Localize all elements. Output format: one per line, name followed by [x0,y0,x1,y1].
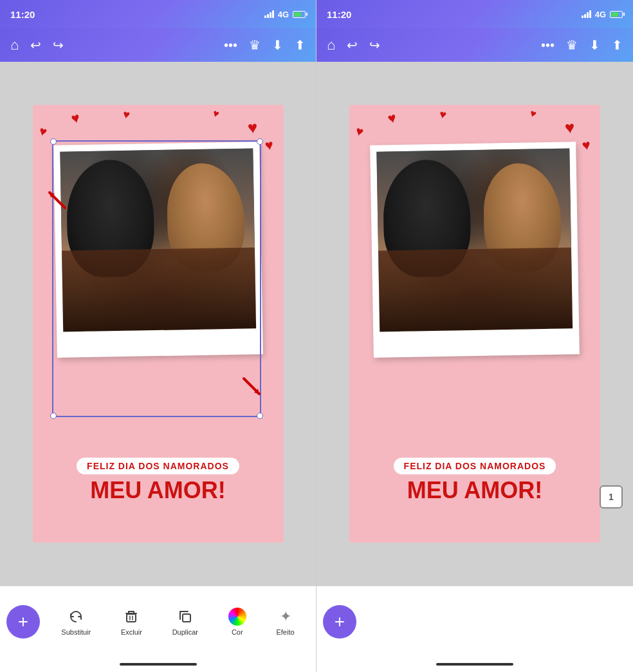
download-icon-right[interactable]: ⬇ [589,37,600,53]
more-icon-right[interactable]: ••• [541,38,555,53]
battery-icon-right [610,11,623,18]
redo-icon[interactable]: ↪ [53,37,64,53]
badge-text-left: FELIZ DIA DOS NAMORADOS [87,461,229,471]
toolbar-right: ⌂ ↩ ↪ ••• ♛ ⬇ ⬆ [316,28,633,62]
excluir-icon [122,608,140,626]
status-time-right: 11:20 [327,9,351,20]
duplicar-label: Duplicar [172,628,198,636]
toolbar-right-group: ••• ♛ ⬇ ⬆ [224,37,306,53]
cor-tool[interactable]: Cor [221,602,254,641]
toolbar-left: ⌂ ↩ ↪ ••• ♛ ⬇ ⬆ [0,28,316,62]
home-icon-right[interactable]: ⌂ [327,37,335,53]
battery-icon-left [293,11,306,18]
more-icon[interactable]: ••• [224,38,237,53]
toolbar-right-right-group: ••• ♛ ⬇ ⬆ [541,37,623,53]
cor-icon [228,608,246,626]
design-text-right: FELIZ DIA DOS NAMORADOS MEU AMOR! [349,458,600,504]
svg-rect-8 [183,614,190,622]
add-button-left[interactable]: + [6,605,40,639]
undo-icon-right[interactable]: ↩ [347,37,358,53]
text-badge-left: FELIZ DIA DOS NAMORADOS [77,458,239,474]
polaroid-frame-left[interactable] [53,142,263,358]
couple-photo-right [376,148,573,331]
polaroid-photo-left [60,148,256,331]
download-icon[interactable]: ⬇ [272,37,283,53]
toolbar-tools-left: Substituir Excluir [46,602,309,641]
status-icons-left: 4G [264,10,306,19]
selection-handle-br[interactable] [257,413,263,419]
substituir-tool[interactable]: Substituir [53,602,98,641]
text-badge-right: FELIZ DIA DOS NAMORADOS [394,458,556,474]
svg-rect-5 [127,614,136,622]
bottom-toolbar-left: + Substituir [0,586,316,657]
home-bar-left [0,657,316,672]
arrow-indicator-bottomright [239,373,264,404]
signal-icon [264,10,274,18]
page-indicator[interactable]: 1 [600,485,623,509]
headline-text-left: MEU AMOR! [39,477,277,504]
canvas-area-right: ♥ ♥ ♥ ♥ ♥ ♥ [316,62,633,586]
polaroid-photo-right [376,148,573,331]
headline-text-right: MEU AMOR! [356,477,594,504]
efeitos-icon: ✦ [277,608,295,626]
share-icon-right[interactable]: ⬆ [612,37,623,53]
excluir-label: Excluir [121,628,142,636]
status-bar-right: 11:20 4G [316,0,633,28]
design-card-left[interactable]: ♥ ♥ ♥ ♥ ♥ ♥ [33,105,284,543]
cor-label: Cor [232,628,243,636]
signal-icon-right [582,10,591,18]
selection-handle-tl[interactable] [50,138,57,145]
add-button-right[interactable]: + [323,605,356,639]
network-label-right: 4G [595,10,606,19]
efeitos-tool[interactable]: ✦ Efeito [268,602,302,641]
excluir-tool[interactable]: Excluir [113,602,150,641]
arrow-indicator-topleft [46,189,69,217]
share-icon[interactable]: ⬆ [295,37,306,53]
duplicar-tool[interactable]: Duplicar [165,602,206,641]
crown-icon-right[interactable]: ♛ [566,37,578,53]
badge-text-right: FELIZ DIA DOS NAMORADOS [404,461,546,471]
canvas-area-left: ♥ ♥ ♥ ♥ ♥ ♥ [0,62,316,586]
substituir-label: Substituir [61,628,91,636]
status-bar-left: 11:20 4G [0,0,316,28]
network-label-left: 4G [278,10,289,19]
toolbar-right-left-group: ⌂ ↩ ↪ [327,37,380,53]
home-bar-line-left [120,663,197,666]
redo-icon-right[interactable]: ↪ [369,37,380,53]
status-time-left: 11:20 [10,9,35,20]
left-phone-panel: 11:20 4G ⌂ ↩ ↪ ••• ♛ ⬇ ⬆ [0,0,316,672]
home-bar-line-right [436,663,513,666]
bottom-toolbar-right: + [316,586,633,657]
home-icon[interactable]: ⌂ [10,37,19,53]
status-icons-right: 4G [582,10,623,19]
crown-icon[interactable]: ♛ [249,37,261,53]
home-bar-right [316,657,633,672]
toolbar-left-group: ⌂ ↩ ↪ [10,37,64,53]
substituir-icon [67,608,85,626]
duplicar-icon [176,608,194,626]
couple-photo-left [60,148,256,331]
design-card-right[interactable]: ♥ ♥ ♥ ♥ ♥ ♥ [349,105,600,543]
undo-icon[interactable]: ↩ [30,37,41,53]
polaroid-frame-right[interactable] [370,142,580,358]
selection-handle-bl[interactable] [50,413,57,419]
efeitos-label: Efeito [276,628,294,636]
design-text-left: FELIZ DIA DOS NAMORADOS MEU AMOR! [33,458,284,504]
right-phone-panel: 11:20 4G ⌂ ↩ ↪ ••• ♛ ⬇ ⬆ [316,0,633,672]
